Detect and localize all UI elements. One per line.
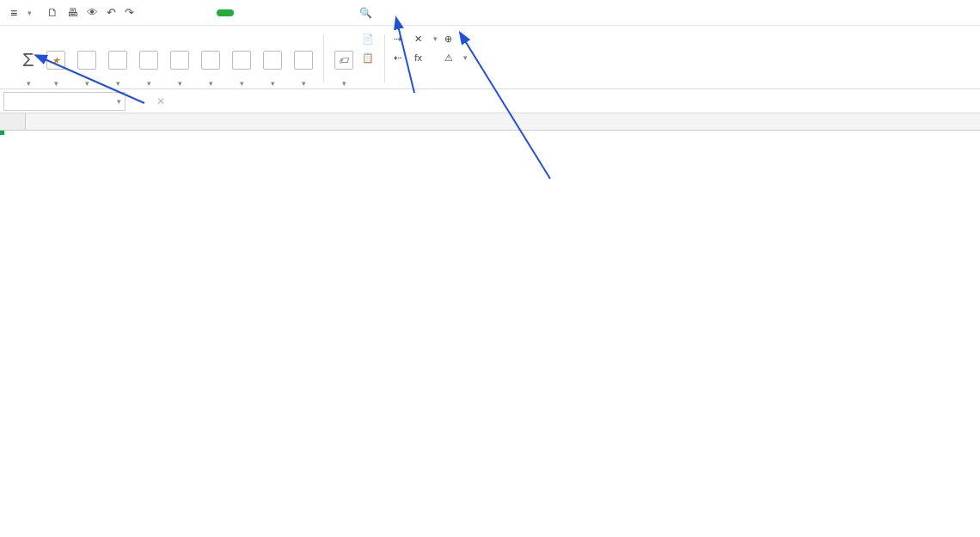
error-check-button[interactable]: ⚠ — [443, 50, 468, 65]
quick-access-toolbar: 🗋 🖶 👁 ↶ ↷ — [47, 6, 134, 19]
error-icon: ⚠ — [443, 52, 455, 64]
question-icon — [139, 45, 158, 76]
show-formula-button[interactable]: fx — [413, 50, 438, 65]
menu-bar: ▾ 🗋 🖶 👁 ↶ ↷ — [0, 0, 980, 26]
tab-insert[interactable] — [172, 9, 179, 16]
formula-bar: ✕ — [0, 89, 980, 113]
tab-formula[interactable] — [217, 9, 234, 16]
name-manager-button[interactable]: 🏷 — [331, 31, 357, 88]
autosum-label — [25, 77, 31, 88]
yen-icon — [108, 45, 127, 76]
dots-icon — [294, 45, 313, 76]
column-headers — [0, 113, 980, 131]
sigma-icon — [22, 45, 34, 76]
trace-group: ⇢ ⇠ — [392, 31, 407, 65]
trace-dep-icon: ⇠ — [392, 52, 404, 64]
other-functions-button[interactable] — [291, 31, 316, 88]
remove-arrow-icon: ✕ — [413, 33, 425, 45]
chevron-down-icon: ▾ — [28, 9, 32, 17]
name-mgr-label — [340, 77, 346, 88]
datetime-button[interactable] — [198, 31, 224, 88]
text-button[interactable] — [167, 31, 193, 88]
tab-home[interactable] — [150, 9, 156, 16]
cancel-icon[interactable]: ✕ — [156, 95, 165, 107]
evaluate-button[interactable]: ⊕ — [443, 31, 468, 46]
show-formula-icon: fx — [413, 52, 425, 64]
math-label — [269, 77, 275, 88]
name-mgr-icon: 🏷 — [334, 45, 353, 76]
name-group: 📄 📋 — [362, 31, 377, 65]
separator — [323, 34, 324, 82]
trace-precedents-button[interactable]: ⇢ — [392, 31, 407, 46]
tab-view[interactable] — [294, 9, 301, 16]
eval-group: ⊕ ⚠ — [443, 31, 468, 65]
math-button[interactable] — [260, 31, 285, 88]
separator — [384, 34, 385, 82]
all-icon — [77, 45, 96, 76]
assign-icon: 📄 — [362, 33, 374, 45]
logical-button[interactable] — [136, 31, 162, 88]
tab-dev[interactable] — [316, 9, 323, 16]
all-functions-button[interactable] — [74, 31, 100, 88]
financial-button[interactable] — [105, 31, 131, 88]
name-box[interactable] — [3, 92, 126, 111]
hamburger-icon — [10, 6, 21, 20]
letter-icon — [170, 45, 189, 76]
print-icon[interactable]: 🖶 — [67, 6, 78, 19]
datetime-label — [207, 77, 213, 88]
theta-icon — [263, 45, 282, 76]
select-all-corner[interactable] — [0, 113, 26, 130]
lookup-button[interactable] — [229, 31, 254, 88]
tab-data[interactable] — [249, 9, 256, 16]
paste-icon: 📋 — [362, 52, 374, 64]
ribbon-tabs — [150, 9, 346, 16]
lookup-icon — [232, 45, 251, 76]
assign-button[interactable]: 📄 — [362, 31, 377, 46]
save-icon[interactable]: 🗋 — [47, 6, 58, 19]
redo-icon[interactable]: ↷ — [125, 6, 134, 19]
trace-dependents-button[interactable]: ⇠ — [392, 50, 407, 65]
autosum-button[interactable] — [19, 31, 38, 88]
active-cell-outline — [0, 131, 3, 134]
lookup-label — [238, 77, 244, 88]
tab-review[interactable] — [272, 9, 279, 16]
all-label — [83, 77, 89, 88]
remove-arrows-button[interactable]: ✕ — [413, 31, 438, 46]
text-label — [176, 77, 182, 88]
recently-used-button[interactable]: ★ — [43, 31, 69, 88]
financial-label — [114, 77, 120, 88]
undo-icon[interactable]: ↶ — [107, 6, 116, 19]
recent-label — [52, 77, 58, 88]
tab-vip[interactable] — [339, 9, 346, 16]
star-icon: ★ — [46, 45, 65, 76]
arrow-group: ✕ fx — [413, 31, 438, 65]
eval-icon: ⊕ — [443, 33, 455, 45]
tab-pagelayout[interactable] — [194, 9, 201, 16]
search-icon — [359, 7, 372, 19]
other-label — [300, 77, 306, 88]
insert-function-button[interactable] — [7, 31, 14, 88]
command-search[interactable] — [359, 7, 975, 19]
ribbon-formula: ★ 🏷 📄 📋 ⇢ ⇠ — [0, 26, 980, 89]
spreadsheet-grid — [0, 113, 980, 131]
search-input[interactable] — [376, 7, 496, 19]
file-menu[interactable]: ▾ — [5, 3, 37, 22]
preview-icon[interactable]: 👁 — [87, 6, 98, 19]
logical-label — [145, 77, 151, 88]
formula-input[interactable] — [179, 92, 980, 111]
clock-icon — [201, 45, 220, 76]
trace-prec-icon: ⇢ — [392, 33, 404, 45]
paste-name-button[interactable]: 📋 — [362, 50, 377, 65]
